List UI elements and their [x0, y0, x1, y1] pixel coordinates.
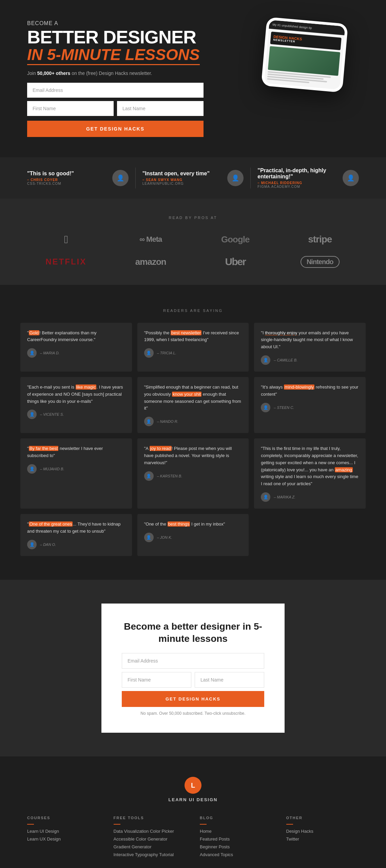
author-row-2: 👤 – TRICIA L. — [144, 348, 242, 358]
author-row-4: 👤 – VICENTE S. — [27, 410, 125, 419]
cta-section: Become a better designer in 5-minute les… — [0, 580, 386, 757]
newsletter-title: DESIGN HACKS NEWSLETTER — [273, 35, 339, 47]
cta-last-name-input[interactable] — [195, 672, 264, 688]
testimonial-quote-2: "Instant open, every time" — [142, 171, 222, 177]
card-author-2: – TRICIA L. — [157, 351, 176, 355]
testimonial-card-6: "It's always mind-blowingly refreshing t… — [254, 377, 366, 433]
small-avatar-9: 👤 — [261, 492, 270, 502]
phone-mockup: My #1 unpublished design tip DESIGN HACK… — [261, 17, 348, 93]
testimonial-card-8: "A joy to read! Please post me when you … — [137, 438, 249, 509]
small-avatar-11: 👤 — [144, 533, 154, 542]
email-field-group — [27, 83, 204, 98]
highlight-mind-blowingly: mind-blowingly — [284, 384, 314, 390]
amazon-text: amazon — [135, 257, 166, 267]
card-author-9: – MARIKA Z. — [274, 495, 295, 499]
hero-subtitle-rest: on the (free) Design Hacks newsletter. — [70, 71, 152, 76]
divider — [135, 167, 136, 189]
cta-button[interactable]: GET DESIGN HACKS — [122, 691, 264, 707]
author-row-10: 👤 – DAN O. — [27, 540, 125, 549]
footer-divider-blog — [200, 824, 207, 825]
testimonial-author-1: – CHRIS COYER — [27, 178, 107, 182]
logos-grid:  ∞ Meta Google stripe NETFLIX amazon Ub… — [27, 233, 359, 268]
small-avatar-7: 👤 — [27, 464, 37, 474]
footer-col-blog: BLOG Home Featured Posts Beginner Posts … — [200, 816, 273, 860]
card-author-7: – MUJAHID B. — [40, 467, 64, 471]
footer-link-learn-ux[interactable]: Learn UX Design — [27, 836, 100, 842]
cta-first-name-input[interactable] — [122, 672, 191, 688]
first-name-input[interactable] — [27, 101, 114, 116]
card-author-8: – KARSTEN B. — [157, 474, 182, 478]
footer-brand: LEARN UI DESIGN — [169, 797, 218, 802]
readers-label: READERS ARE SAYING — [20, 309, 366, 313]
footer-divider-other — [286, 824, 293, 825]
hero-subscriber-count: 50,000+ others — [37, 71, 71, 76]
uber-text: Uber — [225, 256, 246, 268]
footer-link-gradient[interactable]: Gradient Generator — [114, 844, 187, 849]
testimonial-text-2: "Instant open, every time" – SEAN SWYX W… — [142, 171, 222, 185]
highlight-by-far-best: By far the best — [29, 446, 59, 451]
email-input[interactable] — [27, 83, 204, 98]
footer-link-twitter[interactable]: Twitter — [286, 836, 359, 842]
footer-link-color-generator[interactable]: Accessible Color Generator — [114, 836, 187, 842]
hero-testimonial-3: "Practical, in-depth, highly entertainin… — [257, 167, 359, 189]
netflix-text: NETFLIX — [45, 257, 86, 267]
highlight-joy-to-read: joy to read — [150, 446, 172, 451]
hero-eyebrow: BECOME A — [27, 20, 204, 26]
cta-name-row — [122, 672, 264, 688]
logo-amazon: amazon — [112, 257, 190, 267]
highlight-one-of-great-ones: One of the great ones — [29, 521, 73, 527]
footer-link-advanced[interactable]: Advanced Topics — [200, 852, 273, 857]
testimonial-card-4: "Each e-mail you sent is like magic. I h… — [20, 377, 132, 433]
footer-link-typography[interactable]: Interactive Typography Tutorial — [114, 852, 187, 857]
highlight-best-things: best things — [168, 521, 190, 527]
card-author-4: – VICENTE S. — [40, 412, 64, 416]
last-name-input[interactable] — [117, 101, 204, 116]
nintendo-text: Nintendo — [301, 256, 340, 268]
phone-screen: My #1 unpublished design tip DESIGN HACK… — [264, 20, 345, 90]
testimonial-quote-3: "Practical, in-depth, highly entertainin… — [257, 167, 337, 180]
footer-link-featured[interactable]: Featured Posts — [200, 836, 273, 842]
footer-link-beginner[interactable]: Beginner Posts — [200, 844, 273, 849]
divider — [250, 167, 251, 189]
small-avatar-6: 👤 — [261, 403, 270, 412]
avatar-2: 👤 — [227, 170, 244, 186]
logo-apple:  — [27, 233, 105, 246]
hero-subtitle: Join 50,000+ others on the (free) Design… — [27, 71, 204, 76]
phone-content: DESIGN HACKS NEWSLETTER — [264, 28, 344, 90]
footer-col-title-other: OTHER — [286, 816, 359, 820]
footer: L LEARN UI DESIGN COURSES Learn UI Desig… — [0, 756, 386, 868]
card-author-1: – MARIA D. — [40, 351, 60, 355]
testimonial-site-2: LEARNINPUBLIC.ORG — [142, 182, 222, 185]
phone-image — [268, 46, 340, 76]
highlight-thoroughly-enjoy: thoroughly enjoy — [265, 330, 297, 335]
small-avatar-1: 👤 — [27, 348, 37, 358]
logo-meta: ∞ Meta — [112, 235, 190, 244]
hero-section: BECOME A BETTER DESIGNER IN 5-MINUTE LES… — [0, 0, 386, 157]
small-avatar-4: 👤 — [27, 410, 37, 419]
cta-email-input[interactable] — [122, 653, 264, 669]
meta-text: ∞ Meta — [139, 235, 162, 244]
footer-link-learn-ui[interactable]: Learn UI Design — [27, 829, 100, 834]
footer-link-color-picker[interactable]: Data Visualization Color Picker — [114, 829, 187, 834]
small-avatar-5: 👤 — [144, 417, 154, 426]
logo-uber: Uber — [196, 256, 274, 268]
testimonial-card-2: "Possibly the best newsletter I've recei… — [137, 323, 249, 372]
logo-nintendo: Nintendo — [281, 256, 359, 268]
testimonial-site-1: CSS-TRICKS.COM — [27, 182, 107, 185]
testimonial-card-text-7: "By far the best newsletter I have ever … — [27, 445, 125, 459]
apple-icon:  — [64, 233, 68, 246]
small-avatar-10: 👤 — [27, 540, 37, 549]
testimonial-card-text-1: "Gold! Better explanations than my Caree… — [27, 330, 125, 344]
highlight-like-magic: like magic — [76, 384, 97, 390]
testimonial-author-3: – MICHAEL RIDDERING — [257, 181, 337, 185]
testimonial-quote-1: "This is so good!" — [27, 171, 107, 177]
hero-cta-button[interactable]: GET DESIGN HACKS — [27, 121, 204, 137]
footer-divider-tools — [114, 824, 120, 825]
footer-link-design-hacks[interactable]: Design Hacks — [286, 829, 359, 834]
footer-col-title-blog: BLOG — [200, 816, 273, 820]
footer-col-courses: COURSES Learn UI Design Learn UX Design — [27, 816, 100, 860]
small-avatar-8: 👤 — [144, 471, 154, 481]
testimonial-card-text-8: "A joy to read! Please post me when you … — [144, 445, 242, 466]
footer-link-home[interactable]: Home — [200, 829, 273, 834]
author-row-9: 👤 – MARIKA Z. — [261, 492, 359, 502]
